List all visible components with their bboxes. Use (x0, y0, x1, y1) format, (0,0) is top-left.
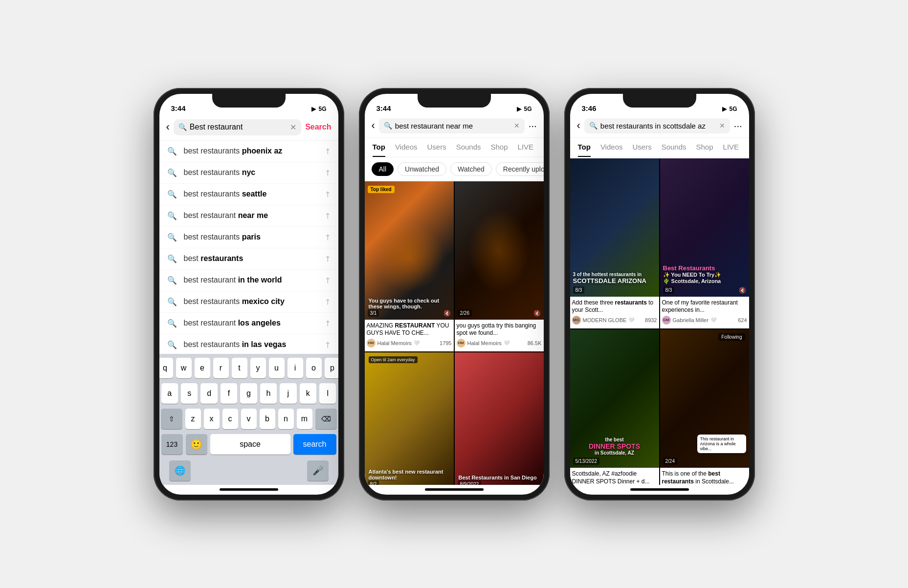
delete-key[interactable]: ⌫ (315, 409, 337, 429)
tab-live-2[interactable]: LIVE (518, 138, 534, 157)
more-button-2[interactable]: ··· (529, 120, 537, 131)
video-counter-2: 2/26 (458, 309, 472, 317)
back-button-2[interactable]: ‹ (372, 119, 375, 132)
key-x[interactable]: x (204, 409, 220, 429)
tab-top-2[interactable]: Top (373, 138, 385, 157)
key-g[interactable]: g (240, 383, 257, 404)
list-item[interactable]: 🔍 best restaurants phoenix az ↗ (159, 141, 338, 162)
num-key[interactable]: 123 (161, 434, 183, 455)
filter-unwatched-2[interactable]: Unwatched (398, 162, 446, 176)
tab-live-3[interactable]: LIVE (723, 138, 739, 157)
search-icon: 🔍 (167, 190, 177, 199)
key-u[interactable]: u (269, 358, 285, 378)
clear-icon-3[interactable]: ✕ (719, 122, 725, 130)
key-z[interactable]: z (185, 409, 201, 429)
az-overlay-text: 3 of the hottest restaurants inSCOTTSDAL… (573, 272, 656, 284)
key-r[interactable]: r (213, 358, 229, 378)
emoji-key[interactable]: 🙂 (186, 434, 207, 455)
video-counter-1: 3/1 (368, 309, 379, 317)
clear-icon-1[interactable]: ✕ (290, 123, 296, 132)
filter-watched-2[interactable]: Watched (450, 162, 492, 176)
list-item[interactable]: 🔍 best restaurant near me ↗ (159, 205, 338, 227)
tab-shop-2[interactable]: Shop (491, 138, 508, 157)
key-k[interactable]: k (300, 383, 316, 404)
tab-top-3[interactable]: Top (578, 138, 591, 157)
key-h[interactable]: h (260, 383, 277, 404)
key-n[interactable]: n (278, 409, 294, 429)
key-j[interactable]: j (280, 383, 296, 404)
list-item[interactable]: 🔍 best restaurants paris ↗ (159, 227, 338, 248)
video-thumb-3[interactable]: Open til 2am everyday Atlanta's best new… (365, 352, 454, 485)
key-a[interactable]: a (161, 383, 178, 404)
video-likes-2: 86.5K (528, 340, 542, 346)
search-button-1[interactable]: Search (305, 123, 331, 131)
author-avatar-5: MG (572, 316, 581, 325)
list-item[interactable]: 🔍 best restaurants in las vegas ↗ (159, 334, 338, 354)
search-icon-3: 🔍 (589, 122, 598, 130)
key-o[interactable]: o (306, 358, 322, 378)
suggestion-text: best restaurants in las vegas (184, 340, 317, 349)
tab-sounds-3[interactable]: Sounds (662, 138, 687, 157)
back-button-3[interactable]: ‹ (577, 119, 580, 132)
key-i[interactable]: i (288, 358, 303, 378)
video-thumb-7[interactable]: the best DINNER SPOTS in Scottsdale, AZ … (570, 329, 659, 468)
list-item[interactable]: 🔍 best restaurants seattle ↗ (159, 184, 338, 205)
video-thumb-5[interactable]: 3 of the hottest restaurants inSCOTTSDAL… (570, 158, 659, 297)
following-badge: Following (718, 333, 745, 341)
clear-icon-2[interactable]: ✕ (514, 122, 520, 130)
search-bar-1[interactable]: 🔍 Best restaurant ✕ (174, 119, 301, 135)
more-button-3[interactable]: ··· (734, 120, 742, 131)
space-key[interactable]: space (210, 434, 290, 455)
video-thumb-1[interactable]: Top liked You guys have to check out the… (365, 181, 454, 320)
signal-icon: 5G (318, 106, 326, 112)
back-button-1[interactable]: ‹ (166, 121, 170, 133)
key-e[interactable]: e (195, 358, 210, 378)
video-thumb-2[interactable]: 2/26 🔇 (455, 181, 544, 320)
key-d[interactable]: d (200, 383, 217, 404)
key-b[interactable]: b (260, 409, 275, 429)
list-item[interactable]: 🔍 best restaurants ↗ (159, 248, 338, 270)
shift-key[interactable]: ⇧ (161, 409, 182, 429)
filter-recent-2[interactable]: Recently uploaded (496, 162, 544, 176)
list-item[interactable]: 🔍 best restaurant los angeles ↗ (159, 313, 338, 334)
mic-key[interactable]: 🎤 (307, 460, 329, 481)
video-overlay-text-3: Atlanta's best new restaurant downtown! (368, 469, 451, 480)
suggestion-text: best restaurant los angeles (184, 319, 317, 327)
list-item[interactable]: 🔍 best restaurant in the world ↗ (159, 270, 338, 291)
video-counter-7: 5/13/2022 (573, 457, 600, 465)
heart-icon-5: 🤍 (628, 317, 634, 323)
list-item[interactable]: 🔍 best restaurants nyc ↗ (159, 162, 338, 184)
tab-users-3[interactable]: Users (632, 138, 651, 157)
results-search-bar-2[interactable]: 🔍 best restaurant near me ✕ (379, 118, 525, 133)
search-query-1[interactable]: Best restaurant (190, 123, 287, 131)
results-search-bar-3[interactable]: 🔍 best restaurants in scottsdale az ✕ (584, 118, 730, 133)
key-s[interactable]: s (181, 383, 198, 404)
key-v[interactable]: v (241, 409, 257, 429)
keyboard-search-button[interactable]: search (293, 434, 336, 455)
video-info-7: Scottsdale, AZ #azfoodie DINNER SPOTS Di… (570, 468, 659, 485)
video-thumb-6[interactable]: Best Restaurants ✨ You NEED To Try✨ 🌵 Sc… (660, 158, 749, 297)
key-c[interactable]: c (222, 409, 238, 429)
video-author-5: MODERN GLOBE (583, 317, 627, 323)
globe-key[interactable]: 🌐 (169, 460, 191, 481)
video-thumb-4[interactable]: Best Restaurants in San Diego 8/9/2022 (455, 352, 544, 485)
key-p[interactable]: p (325, 358, 338, 378)
key-w[interactable]: w (176, 358, 192, 378)
key-t[interactable]: t (232, 358, 247, 378)
filter-all-2[interactable]: All (372, 162, 394, 176)
list-item[interactable]: 🔍 best restaurants mexico city ↗ (159, 291, 338, 313)
key-l[interactable]: l (319, 383, 336, 404)
key-y[interactable]: y (250, 358, 266, 378)
inline-card: This restaurant in Arizona is a whole vi… (697, 435, 746, 453)
tab-sounds-2[interactable]: Sounds (456, 138, 481, 157)
suggestion-list: 🔍 best restaurants phoenix az ↗ 🔍 best r… (159, 141, 338, 354)
tab-videos-2[interactable]: Videos (395, 138, 418, 157)
key-q[interactable]: q (159, 358, 173, 378)
tab-videos-3[interactable]: Videos (600, 138, 623, 157)
video-thumb-8[interactable]: Following This restaurant in Arizona is … (660, 329, 749, 468)
key-m[interactable]: m (297, 409, 312, 429)
video-likes-6: 624 (738, 317, 747, 323)
key-f[interactable]: f (221, 383, 237, 404)
tab-shop-3[interactable]: Shop (696, 138, 713, 157)
tab-users-2[interactable]: Users (427, 138, 446, 157)
